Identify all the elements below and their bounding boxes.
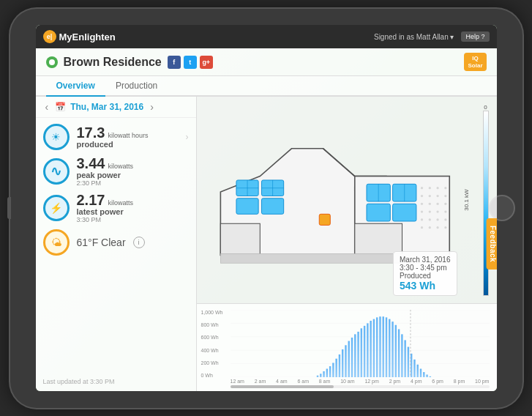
svg-point-42 — [436, 226, 438, 229]
svg-rect-66 — [363, 326, 364, 377]
svg-point-26 — [436, 195, 438, 197]
svg-rect-81 — [410, 354, 411, 377]
peak-value: 3.44 — [77, 156, 105, 171]
produced-unit: kilowatt hours — [108, 132, 148, 139]
x-label-12am: 12 am — [231, 379, 244, 384]
svg-rect-76 — [394, 325, 396, 377]
produced-value: 17.3 — [77, 125, 105, 140]
stat-produced-text: 17.3 kilowatt hours produced — [77, 125, 179, 149]
y-label-5: 200 Wh — [201, 360, 223, 365]
svg-rect-67 — [367, 323, 368, 377]
x-label-4pm: 4 pm — [411, 379, 422, 384]
svg-point-29 — [428, 203, 430, 205]
ipad-shell: e| MyEnlighten Signed in as Matt Allan ▾… — [10, 9, 522, 408]
stat-latest: ⚡ 2.17 kilowatts latest power 3:30 PM — [43, 193, 189, 223]
svg-rect-54 — [326, 369, 327, 378]
svg-point-28 — [420, 203, 422, 205]
svg-point-32 — [420, 211, 422, 213]
svg-point-41 — [428, 226, 430, 229]
solar-icon: ☀ — [43, 124, 70, 150]
svg-point-21 — [428, 187, 430, 189]
weather-icon: 🌤 — [43, 229, 70, 256]
latest-icon: ⚡ — [43, 195, 70, 221]
prev-date-button[interactable]: ‹ — [43, 101, 51, 113]
tab-overview[interactable]: Overview — [46, 76, 105, 97]
main-content: Brown Residence f t g+ IQ Solar Overview… — [36, 48, 497, 391]
latest-label: latest power — [77, 207, 189, 216]
right-panel: 0 30.1 kW March 31, 2016 3:30 - 3:45 pm … — [197, 97, 497, 391]
x-label-6pm: 6 pm — [432, 379, 443, 384]
stat-weather: 🌤 61°F Clear i — [43, 229, 189, 256]
latest-value: 2.17 — [77, 193, 105, 207]
svg-rect-51 — [316, 376, 318, 377]
svg-rect-73 — [385, 317, 386, 377]
svg-rect-60 — [345, 345, 346, 377]
scale-side-label: 30.1 kW — [463, 189, 470, 210]
twitter-icon[interactable]: t — [184, 56, 197, 69]
date-nav: ‹ 📅 Thu, Mar 31, 2016 › — [36, 97, 196, 118]
feedback-tab[interactable]: Feedback — [487, 218, 497, 270]
svg-rect-87 — [429, 376, 430, 377]
svg-rect-15 — [366, 204, 389, 221]
svg-rect-53 — [323, 371, 324, 377]
x-label-10am: 10 am — [340, 379, 354, 384]
svg-rect-69 — [372, 319, 374, 377]
x-label-6am: 6 am — [297, 379, 309, 384]
x-label-10pm: 10 pm — [475, 379, 489, 384]
svg-rect-59 — [341, 349, 342, 377]
svg-rect-57 — [335, 359, 337, 377]
facebook-icon[interactable]: f — [168, 56, 181, 69]
svg-rect-82 — [413, 360, 415, 377]
page-header: Brown Residence f t g+ IQ Solar — [36, 48, 497, 76]
svg-rect-19 — [319, 215, 330, 226]
social-icons: f t g+ — [168, 56, 213, 69]
svg-point-22 — [436, 187, 438, 189]
y-label-1: 1,000 Wh — [201, 310, 223, 315]
x-label-2am: 2 am — [255, 379, 266, 384]
x-label-4am: 4 am — [276, 379, 288, 384]
svg-rect-74 — [389, 319, 390, 377]
svg-rect-61 — [348, 341, 349, 377]
googleplus-icon[interactable]: g+ — [200, 56, 213, 69]
svg-point-35 — [444, 211, 446, 213]
y-label-4: 400 Wh — [201, 348, 223, 353]
svg-rect-85 — [423, 372, 424, 377]
status-indicator — [46, 56, 58, 68]
produced-chevron[interactable]: › — [186, 132, 189, 142]
svg-point-24 — [420, 195, 422, 197]
stat-peak: ∿ 3.44 kilowatts peak power 2:30 PM — [43, 156, 189, 187]
diagram-tooltip: March 31, 2016 3:30 - 3:45 pm Produced 5… — [197, 251, 479, 296]
scale-top-label: 0 — [484, 104, 487, 111]
house-diagram: 0 30.1 kW March 31, 2016 3:30 - 3:45 pm … — [197, 97, 497, 303]
tab-production[interactable]: Production — [105, 76, 168, 97]
latest-sublabel: 3:30 PM — [77, 216, 189, 223]
logo-symbol: e| — [47, 33, 53, 40]
svg-point-30 — [436, 203, 438, 205]
help-button[interactable]: Help ? — [461, 31, 489, 42]
content-split: ‹ 📅 Thu, Mar 31, 2016 › ☀ 17.3 — [36, 97, 497, 391]
screen: e| MyEnlighten Signed in as Matt Allan ▾… — [36, 25, 497, 391]
svg-rect-78 — [401, 334, 402, 377]
y-label-3: 600 Wh — [201, 335, 223, 340]
y-label-6: 0 Wh — [201, 373, 223, 378]
x-label-12pm: 12 pm — [364, 379, 378, 384]
left-panel: ‹ 📅 Thu, Mar 31, 2016 › ☀ 17.3 — [36, 97, 197, 391]
svg-rect-56 — [332, 363, 334, 377]
svg-point-23 — [444, 187, 446, 189]
ipad-side-button — [7, 197, 11, 219]
calendar-icon: 📅 — [55, 102, 66, 112]
status-dot-inner — [49, 59, 55, 65]
x-label-8am: 8 am — [319, 379, 331, 384]
chart-scrollbar-thumb[interactable] — [231, 385, 334, 388]
produced-label: produced — [77, 140, 179, 149]
latest-unit: kilowatts — [108, 199, 133, 207]
last-updated: Last updated at 3:30 PM — [36, 375, 196, 391]
chart-area: 1,000 Wh 800 Wh 600 Wh 400 Wh 200 Wh 0 W… — [197, 303, 497, 391]
svg-rect-16 — [392, 204, 416, 221]
signed-in-text[interactable]: Signed in as Matt Allan ▾ — [374, 33, 454, 41]
svg-rect-52 — [320, 374, 321, 377]
next-date-button[interactable]: › — [148, 101, 156, 113]
x-label-2pm: 2 pm — [389, 379, 401, 384]
chart-scrollbar[interactable] — [231, 385, 490, 388]
info-icon[interactable]: i — [133, 237, 145, 248]
